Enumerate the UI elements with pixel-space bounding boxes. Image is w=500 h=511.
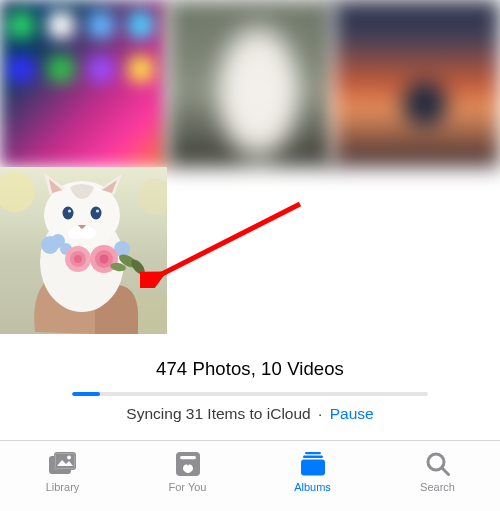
- svg-point-7: [63, 207, 74, 220]
- albums-icon: [298, 449, 328, 479]
- photo-thumbnail[interactable]: [0, 0, 167, 167]
- search-icon: [423, 449, 453, 479]
- tab-label: Albums: [294, 481, 331, 493]
- svg-point-8: [91, 207, 102, 220]
- sync-progress-track: [72, 392, 428, 396]
- tab-albums[interactable]: Albums: [250, 441, 375, 511]
- svg-line-39: [442, 468, 449, 475]
- separator: ·: [318, 405, 322, 422]
- sync-status-text: Syncing 31 Items to iCloud: [126, 405, 310, 422]
- svg-point-0: [0, 172, 35, 212]
- for-you-icon: [173, 449, 203, 479]
- tab-label: Library: [46, 481, 80, 493]
- grid-row: [0, 0, 500, 167]
- tab-library[interactable]: Library: [0, 441, 125, 511]
- svg-point-12: [80, 227, 96, 239]
- svg-point-9: [68, 209, 71, 212]
- photo-count-summary: 474 Photos, 10 Videos: [0, 358, 500, 380]
- svg-rect-34: [180, 456, 196, 459]
- tab-label: Search: [420, 481, 455, 493]
- pause-button[interactable]: Pause: [330, 405, 374, 422]
- svg-point-1: [137, 179, 167, 215]
- svg-rect-35: [305, 452, 321, 454]
- photo-count-text: 474 Photos, 10 Videos: [156, 358, 344, 379]
- grid-row: [0, 167, 500, 334]
- svg-point-19: [74, 255, 82, 263]
- photo-thumbnail[interactable]: [333, 0, 500, 167]
- sync-progress-fill: [72, 392, 100, 396]
- photo-thumbnail[interactable]: [167, 0, 334, 167]
- tab-bar: Library For You Albums: [0, 440, 500, 511]
- photo-thumbnail[interactable]: [0, 167, 167, 334]
- sync-status: Syncing 31 Items to iCloud · Pause: [0, 405, 500, 423]
- svg-point-22: [100, 255, 109, 264]
- svg-rect-31: [55, 454, 74, 469]
- svg-rect-37: [301, 460, 325, 476]
- photo-grid: [0, 0, 500, 334]
- library-icon: [48, 449, 78, 479]
- tab-label: For You: [169, 481, 207, 493]
- svg-point-32: [67, 456, 71, 460]
- svg-rect-36: [303, 456, 323, 459]
- tab-for-you[interactable]: For You: [125, 441, 250, 511]
- svg-point-10: [96, 209, 99, 212]
- tab-search[interactable]: Search: [375, 441, 500, 511]
